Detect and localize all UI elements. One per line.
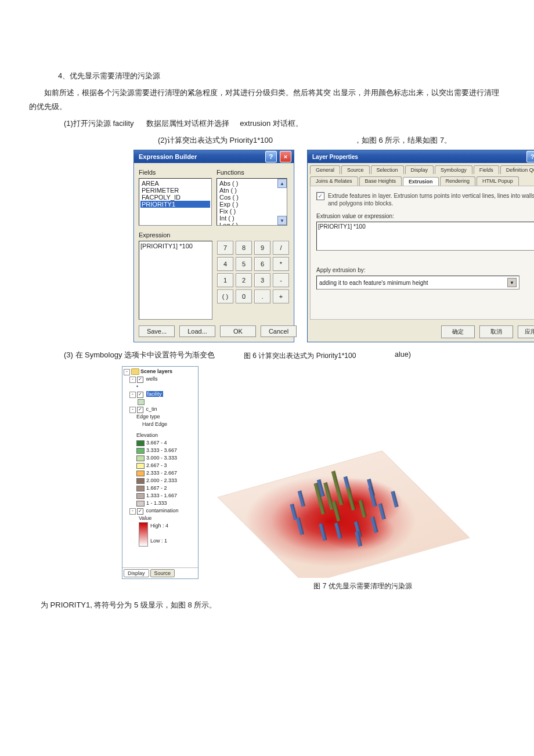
fig6-caption: 图 6 计算突出表达式为 Priority1*100 xyxy=(244,349,356,363)
keypad-key[interactable]: . xyxy=(254,290,270,303)
field-item[interactable]: AREA xyxy=(140,180,210,187)
step-1c: extrusion 对话框。 xyxy=(240,119,302,128)
post-paragraph: 为 PRIORITY1, 将符号分为 5 级显示，如图 8 所示。 xyxy=(41,598,505,613)
dialog-title: Expression Builder xyxy=(139,153,197,160)
tab-general[interactable]: General xyxy=(310,165,340,174)
field-item[interactable]: PRIORITY1 xyxy=(140,201,210,208)
extruded-bar xyxy=(391,491,398,508)
dialog-title: Layer Properties xyxy=(312,154,358,160)
function-item[interactable]: Atn ( ) xyxy=(218,187,286,194)
expression-textarea[interactable]: [PRIORITY1] *100 xyxy=(316,222,534,251)
tab-base-heights[interactable]: Base Heights xyxy=(359,176,402,186)
help-button[interactable]: ? xyxy=(265,151,277,162)
tab-symbology[interactable]: Symbology xyxy=(435,165,472,174)
functions-listbox[interactable]: ▲ ▼ Abs ( )Atn ( )Cos ( )Exp ( )Fix ( )I… xyxy=(217,178,287,226)
ok-button[interactable]: 确定 xyxy=(441,325,475,338)
function-item[interactable]: Exp ( ) xyxy=(218,201,286,208)
step-1a: (1)打开污染源 facility xyxy=(64,119,134,128)
save-button[interactable]: Save... xyxy=(139,325,175,337)
cancel-button[interactable]: 取消 xyxy=(479,325,513,338)
scroll-down-icon[interactable]: ▼ xyxy=(277,216,287,225)
scroll-up-icon[interactable]: ▲ xyxy=(277,179,287,188)
tab-joins-relates[interactable]: Joins & Relates xyxy=(310,176,358,186)
apply-button[interactable]: 应用(A) xyxy=(518,325,534,338)
keypad-key[interactable]: * xyxy=(273,257,289,271)
cancel-button[interactable]: Cancel xyxy=(261,325,297,337)
tab-html-popup[interactable]: HTML Popup xyxy=(477,176,519,186)
extrude-checkbox-row[interactable]: ✓ Extrude features in layer. Extrusion t… xyxy=(316,192,534,207)
step-3: (3) 在 Symbology 选项卡中设置符号为渐变色 xyxy=(64,350,215,359)
fields-label: Fields xyxy=(139,169,212,176)
toc-panel: -Scene layers- wells•- facility- c_tinEd… xyxy=(122,366,199,579)
toc-tab-source[interactable]: Source xyxy=(150,569,175,577)
step-2-line: (2)计算突出表达式为 Priority1*100 ，如图 6 所示，结果如图 … xyxy=(158,133,505,148)
fig7-caption: 图 7 优先显示需要清理的污染源 xyxy=(221,581,505,591)
extruded-bar xyxy=(346,487,355,511)
function-item[interactable]: Abs ( ) xyxy=(218,180,286,187)
scene-3d-view[interactable] xyxy=(204,366,483,578)
tab-definition-query[interactable]: Definition Query xyxy=(500,165,534,174)
extruded-bar xyxy=(334,523,342,540)
extruded-bar xyxy=(359,500,367,518)
keypad-key[interactable]: 9 xyxy=(254,241,270,255)
fields-listbox[interactable]: AREAPERIMETERFACPOLY_IDPRIORITY1 xyxy=(139,178,212,226)
tab-extrusion[interactable]: Extrusion xyxy=(403,177,439,186)
load-button[interactable]: Load... xyxy=(179,325,215,337)
keypad-key[interactable]: + xyxy=(273,290,289,303)
tab-fields[interactable]: Fields xyxy=(474,165,499,174)
fig6-caption-tail: alue) xyxy=(395,348,411,362)
functions-label: Functions xyxy=(217,169,287,176)
keypad-key[interactable]: ( ) xyxy=(217,290,233,303)
step-2b: ，如图 6 所示，结果如图 7。 xyxy=(354,133,452,148)
keypad-key[interactable]: 3 xyxy=(254,273,270,287)
extruded-bar xyxy=(319,523,327,541)
keypad-key[interactable]: 5 xyxy=(236,257,252,271)
extruded-bar xyxy=(296,518,304,536)
combo-value: adding it to each feature's minimum heig… xyxy=(319,280,428,286)
keypad-key[interactable]: 0 xyxy=(236,290,252,303)
keypad-key[interactable]: 4 xyxy=(217,257,233,271)
tab-display[interactable]: Display xyxy=(405,165,434,174)
extruded-bar xyxy=(370,517,378,534)
keypad-key[interactable]: 8 xyxy=(236,241,252,255)
keypad: 789/456*123-( )0.+ xyxy=(217,241,289,320)
step-1: (1)打开污染源 facility 数据层属性对话框并选择 extrusion … xyxy=(64,117,505,131)
function-item[interactable]: Cos ( ) xyxy=(218,194,286,201)
help-button[interactable]: ? xyxy=(526,151,534,162)
keypad-key[interactable]: 6 xyxy=(254,257,270,271)
toc-tab-display[interactable]: Display xyxy=(124,569,149,577)
extruded-bar xyxy=(298,490,305,507)
dialog-titlebar: Expression Builder ? × xyxy=(134,150,294,163)
function-item[interactable]: Int ( ) xyxy=(218,215,286,222)
keypad-key[interactable]: - xyxy=(273,273,289,287)
close-button[interactable]: × xyxy=(280,151,291,162)
field-item[interactable]: PERIMETER xyxy=(140,187,210,194)
tabs-row-2: Joins & RelatesBase HeightsExtrusionRend… xyxy=(310,175,534,186)
tab-source[interactable]: Source xyxy=(341,165,370,174)
function-item[interactable]: Log ( ) xyxy=(218,222,286,226)
keypad-key[interactable]: 7 xyxy=(217,241,233,255)
tab-rendering[interactable]: Rendering xyxy=(440,176,476,186)
field-item[interactable]: FACPOLY_ID xyxy=(140,194,210,201)
ok-button[interactable]: OK xyxy=(220,325,256,337)
extruded-bar xyxy=(378,504,385,520)
extruded-bar xyxy=(331,471,344,505)
tabs-row-1: GeneralSourceSelectionDisplaySymbologyFi… xyxy=(310,164,534,174)
dialog-titlebar: Layer Properties ? × xyxy=(308,150,534,163)
extruded-bar xyxy=(368,487,377,507)
expression-builder-dialog: Expression Builder ? × Fields AREAPERIME… xyxy=(134,150,294,342)
checkbox-icon[interactable]: ✓ xyxy=(316,192,324,200)
step-1b: 数据层属性对话框并选择 xyxy=(146,119,229,128)
chevron-down-icon[interactable]: ▼ xyxy=(507,278,517,287)
apply-extrusion-combo[interactable]: adding it to each feature's minimum heig… xyxy=(316,276,519,290)
keypad-key[interactable]: 2 xyxy=(236,273,252,287)
keypad-key[interactable]: 1 xyxy=(217,273,233,287)
extruded-bar xyxy=(323,482,334,510)
function-item[interactable]: Fix ( ) xyxy=(218,208,286,215)
tab-selection[interactable]: Selection xyxy=(371,165,404,174)
keypad-key[interactable]: / xyxy=(273,241,289,255)
apply-label: Apply extrusion by: xyxy=(316,267,534,273)
heading-4: 4、优先显示需要清理的污染源 xyxy=(58,69,505,84)
expression-textarea[interactable]: [PRIORITY1] *100 xyxy=(139,241,212,320)
layer-properties-dialog: Layer Properties ? × GeneralSourceSelect… xyxy=(307,150,534,342)
